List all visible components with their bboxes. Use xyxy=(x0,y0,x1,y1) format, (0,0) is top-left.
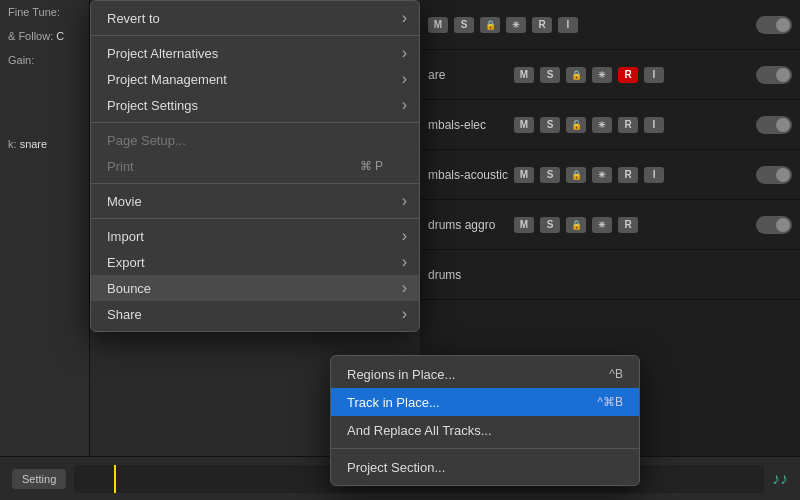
fine-tune-label: Fine Tune: xyxy=(0,0,89,24)
track-row: mbals-acoustic M S 🔒 ✳ R I xyxy=(420,150,800,200)
gain-label: Gain: xyxy=(0,48,89,72)
record-button-active[interactable]: R xyxy=(618,67,638,83)
submenu-item-label: And Replace All Tracks... xyxy=(347,423,492,438)
menu-separator xyxy=(91,183,419,184)
record-button[interactable]: R xyxy=(618,217,638,233)
mute-button[interactable]: M xyxy=(514,67,534,83)
solo-button[interactable]: S xyxy=(540,117,560,133)
bounce-submenu: Regions in Place... ^B Track in Place...… xyxy=(330,355,640,486)
track-name: mbals-acoustic xyxy=(428,168,508,182)
menu-item-label: Page Setup... xyxy=(107,133,186,148)
track-row: M S 🔒 ✳ R I xyxy=(420,0,800,50)
menu-separator xyxy=(91,35,419,36)
mute-button[interactable]: M xyxy=(514,167,534,183)
submenu-item-track-in-place[interactable]: Track in Place... ^⌘B xyxy=(331,388,639,416)
submenu-separator xyxy=(331,448,639,449)
setting-button[interactable]: Setting xyxy=(12,469,66,489)
menu-item-movie[interactable]: Movie xyxy=(91,188,419,214)
track-toggle[interactable] xyxy=(756,116,792,134)
track-name: are xyxy=(428,68,508,82)
menu-item-label: Import xyxy=(107,229,144,244)
star-icon: ✳ xyxy=(592,217,612,233)
track-row: are M S 🔒 ✳ R I xyxy=(420,50,800,100)
submenu-shortcut: ^⌘B xyxy=(597,395,623,409)
menu-item-label: Project Alternatives xyxy=(107,46,218,61)
menu-shortcut-print: ⌘ P xyxy=(360,159,403,173)
menu-item-project-management[interactable]: Project Management xyxy=(91,66,419,92)
track-name: mbals-elec xyxy=(428,118,508,132)
submenu-item-project-section[interactable]: Project Section... xyxy=(331,453,639,481)
submenu-item-regions-in-place[interactable]: Regions in Place... ^B xyxy=(331,360,639,388)
submenu-shortcut: ^B xyxy=(609,367,623,381)
menu-item-print: Print ⌘ P xyxy=(91,153,419,179)
menu-item-export[interactable]: Export xyxy=(91,249,419,275)
menu-item-label: Share xyxy=(107,307,142,322)
solo-button[interactable]: S xyxy=(454,17,474,33)
track-toggle[interactable] xyxy=(756,16,792,34)
left-panel: Fine Tune: & Follow: C Gain: k: snare xyxy=(0,0,90,500)
track-toggle[interactable] xyxy=(756,216,792,234)
lock-icon: 🔓 xyxy=(566,117,586,133)
menu-separator xyxy=(91,122,419,123)
lock-icon: 🔒 xyxy=(480,17,500,33)
star-icon: ✳ xyxy=(592,167,612,183)
input-button[interactable]: I xyxy=(644,117,664,133)
submenu-item-label: Regions in Place... xyxy=(347,367,455,382)
track-toggle[interactable] xyxy=(756,66,792,84)
track-toggle[interactable] xyxy=(756,166,792,184)
music-note-icon: ♪♪ xyxy=(772,470,788,488)
menu-item-project-settings[interactable]: Project Settings xyxy=(91,92,419,118)
menu-item-import[interactable]: Import xyxy=(91,223,419,249)
mute-button[interactable]: M xyxy=(514,217,534,233)
track-label: k: snare xyxy=(0,132,89,156)
lock-icon: 🔒 xyxy=(566,217,586,233)
record-button[interactable]: R xyxy=(618,117,638,133)
menu-item-label: Print xyxy=(107,159,134,174)
submenu-item-label: Track in Place... xyxy=(347,395,440,410)
menu-item-label: Project Management xyxy=(107,72,227,87)
track-row: drums aggro M S 🔒 ✳ R xyxy=(420,200,800,250)
timeline-marker xyxy=(114,465,116,493)
menu-item-project-alternatives[interactable]: Project Alternatives xyxy=(91,40,419,66)
record-button[interactable]: R xyxy=(532,17,552,33)
menu-item-bounce[interactable]: Bounce xyxy=(91,275,419,301)
track-name: drums aggro xyxy=(428,218,508,232)
menu-item-revert-to[interactable]: Revert to xyxy=(91,5,419,31)
file-menu: Revert to Project Alternatives Project M… xyxy=(90,0,420,332)
lock-icon: 🔒 xyxy=(566,67,586,83)
menu-item-page-setup: Page Setup... xyxy=(91,127,419,153)
input-button[interactable]: I xyxy=(644,67,664,83)
solo-button[interactable]: S xyxy=(540,217,560,233)
star-icon: ✳ xyxy=(592,117,612,133)
track-name: drums xyxy=(428,268,508,282)
star-icon: ✳ xyxy=(506,17,526,33)
menu-item-label: Bounce xyxy=(107,281,151,296)
solo-button[interactable]: S xyxy=(540,167,560,183)
solo-button[interactable]: S xyxy=(540,67,560,83)
menu-item-label: Project Settings xyxy=(107,98,198,113)
follow-label: & Follow: C xyxy=(0,24,89,48)
input-button[interactable]: I xyxy=(644,167,664,183)
menu-item-label: Movie xyxy=(107,194,142,209)
track-row: drums xyxy=(420,250,800,300)
mute-button[interactable]: M xyxy=(514,117,534,133)
record-button[interactable]: R xyxy=(618,167,638,183)
menu-separator xyxy=(91,218,419,219)
lock-icon: 🔒 xyxy=(566,167,586,183)
track-row: mbals-elec M S 🔓 ✳ R I xyxy=(420,100,800,150)
star-icon: ✳ xyxy=(592,67,612,83)
menu-item-share[interactable]: Share xyxy=(91,301,419,327)
submenu-item-and-replace-all-tracks[interactable]: And Replace All Tracks... xyxy=(331,416,639,444)
menu-item-label: Export xyxy=(107,255,145,270)
submenu-item-label: Project Section... xyxy=(347,460,445,475)
input-button[interactable]: I xyxy=(558,17,578,33)
menu-item-label: Revert to xyxy=(107,11,160,26)
mute-button[interactable]: M xyxy=(428,17,448,33)
